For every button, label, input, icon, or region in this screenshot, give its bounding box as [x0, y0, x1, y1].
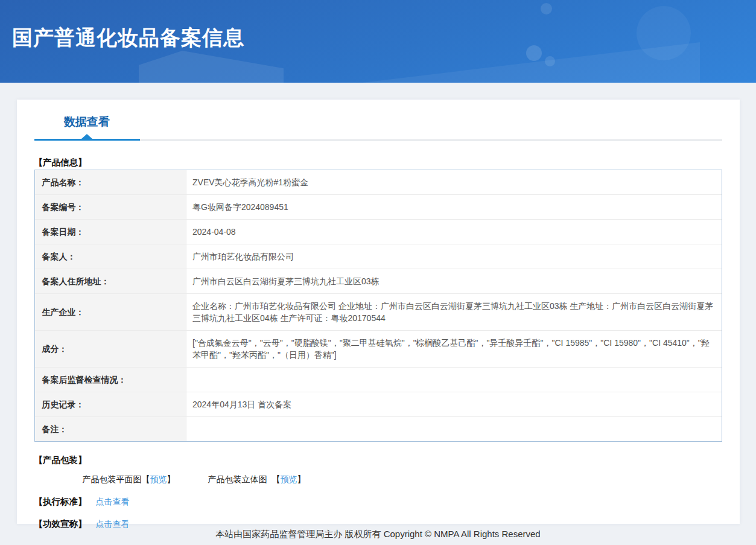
- table-row: 备案人：广州市珀艺化妆品有限公司: [35, 244, 722, 269]
- row-label: 生产企业：: [35, 294, 186, 331]
- header-decor-shape: [139, 51, 284, 83]
- row-value: 企业名称：广州市珀艺化妆品有限公司 企业地址：广州市白云区白云湖街夏茅三博坑九社…: [186, 294, 722, 331]
- row-value: [186, 368, 722, 392]
- row-value: 粤G妆网备字2024089451: [186, 195, 722, 220]
- product-info-table: 产品名称：ZVEV美心花季高光粉#1粉蜜金备案编号：粤G妆网备字20240894…: [34, 170, 722, 442]
- table-row: 备注：: [35, 417, 722, 442]
- row-value: ZVEV美心花季高光粉#1粉蜜金: [186, 170, 722, 195]
- row-value: 2024年04月13日 首次备案: [186, 392, 722, 417]
- bracket: 【: [142, 474, 150, 484]
- table-row: 产品名称：ZVEV美心花季高光粉#1粉蜜金: [35, 170, 722, 195]
- packaging-stereo-label: 产品包装立体图: [208, 474, 267, 484]
- page-header: 国产普通化妆品备案信息: [0, 0, 756, 83]
- tab-data-view[interactable]: 数据查看: [34, 115, 140, 141]
- packaging-flat-label: 产品包装平面图: [83, 474, 142, 484]
- product-info-section-title: 【产品信息】: [34, 158, 722, 167]
- row-value: [186, 417, 722, 442]
- page-title: 国产普通化妆品备案信息: [0, 0, 756, 52]
- row-label: 备案日期：: [35, 220, 186, 244]
- efficacy-section-title: 【功效宣称】: [34, 519, 87, 529]
- bracket: 【: [272, 474, 280, 484]
- tab-active-underline: [34, 139, 140, 141]
- table-row: 生产企业：企业名称：广州市珀艺化妆品有限公司 企业地址：广州市白云区白云湖街夏茅…: [35, 294, 722, 331]
- packaging-flat-group: 产品包装平面图【预览】: [83, 474, 176, 485]
- row-label: 备案后监督检查情况：: [35, 368, 186, 392]
- row-label: 备注：: [35, 417, 186, 442]
- row-value: ["合成氟金云母"，"云母"，"硬脂酸镁"，"聚二甲基硅氧烷"，"棕榈酸乙基己酯…: [186, 331, 722, 368]
- table-row: 成分：["合成氟金云母"，"云母"，"硬脂酸镁"，"聚二甲基硅氧烷"，"棕榈酸乙…: [35, 331, 722, 368]
- row-value: 2024-04-08: [186, 220, 722, 244]
- packaging-row: 产品包装平面图【预览】 产品包装立体图【预览】: [34, 474, 722, 485]
- bracket: 】: [167, 474, 176, 484]
- row-label: 备案人：: [35, 244, 186, 269]
- standards-section-title: 【执行标准】: [34, 497, 87, 506]
- tab-bar: 数据查看: [34, 115, 722, 141]
- row-value: 广州市珀艺化妆品有限公司: [186, 244, 722, 269]
- tab-data-view-label: 数据查看: [34, 115, 140, 129]
- table-row: 备案日期：2024-04-08: [35, 220, 722, 244]
- row-label: 备案人住所地址：: [35, 269, 186, 294]
- table-row: 历史记录：2024年04月13日 首次备案: [35, 392, 722, 417]
- row-label: 成分：: [35, 331, 186, 368]
- packaging-stereo-preview-link[interactable]: 预览: [280, 474, 297, 484]
- standards-view-link[interactable]: 点击查看: [96, 497, 130, 506]
- content-card: 数据查看 【产品信息】 产品名称：ZVEV美心花季高光粉#1粉蜜金备案编号：粤G…: [17, 100, 740, 524]
- table-row: 备案后监督检查情况：: [35, 368, 722, 392]
- row-label: 历史记录：: [35, 392, 186, 417]
- standards-row: 【执行标准】 点击查看: [34, 497, 722, 508]
- product-info-table-body: 产品名称：ZVEV美心花季高光粉#1粉蜜金备案编号：粤G妆网备字20240894…: [35, 170, 722, 441]
- copyright-text: 本站由国家药品监督管理局主办 版权所有 Copyright © NMPA All…: [215, 529, 540, 540]
- bracket: 】: [297, 474, 305, 484]
- efficacy-view-link[interactable]: 点击查看: [96, 519, 130, 529]
- packaging-flat-preview-link[interactable]: 预览: [150, 474, 167, 484]
- packaging-stereo-group: 产品包装立体图【预览】: [208, 474, 305, 485]
- packaging-section-title: 【产品包装】: [34, 455, 722, 465]
- row-value: 广州市白云区白云湖街夏茅三博坑九社工业区03栋: [186, 269, 722, 294]
- table-row: 备案人住所地址：广州市白云区白云湖街夏茅三博坑九社工业区03栋: [35, 269, 722, 294]
- row-label: 备案编号：: [35, 195, 186, 220]
- tab-active-caret-icon: [81, 134, 92, 139]
- row-label: 产品名称：: [35, 170, 186, 195]
- table-row: 备案编号：粤G妆网备字2024089451: [35, 195, 722, 220]
